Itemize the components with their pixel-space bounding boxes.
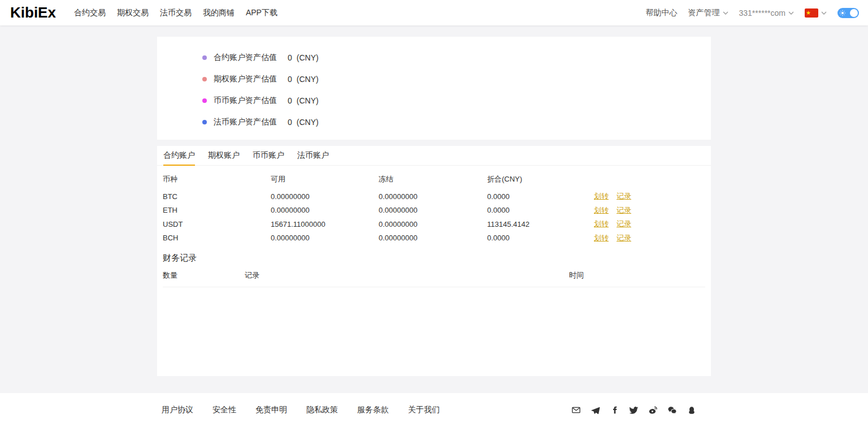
- asset-cny: 0.0000: [487, 192, 594, 201]
- asset-cny: 113145.4142: [487, 220, 594, 228]
- asset-available: 0.00000000: [271, 206, 379, 214]
- bullet-dot-icon: [202, 120, 207, 124]
- tab-contract-account[interactable]: 合约账户: [163, 146, 195, 166]
- transfer-link[interactable]: 划转: [594, 233, 609, 243]
- main-content: 合约账户资产估值 0 (CNY) 期权账户资产估值 0 (CNY) 币币账户资产…: [0, 25, 868, 393]
- table-row: USDT 15671.11000000 0.00000000 113145.41…: [163, 217, 705, 231]
- chevron-down-icon: [723, 11, 728, 15]
- footer: 用户协议 安全性 免责申明 隐私政策 服务条款 关于我们: [0, 393, 868, 427]
- asset-frozen: 0.00000000: [379, 220, 487, 228]
- asset-management-menu[interactable]: 资产管理: [688, 8, 728, 18]
- asset-frozen: 0.00000000: [379, 234, 487, 242]
- sun-icon: [839, 9, 846, 17]
- record-link[interactable]: 记录: [617, 219, 631, 229]
- facebook-icon[interactable]: [610, 406, 619, 415]
- summary-label: 币币账户资产估值: [214, 96, 288, 106]
- summary-row-options: 期权账户资产估值 0 (CNY): [202, 68, 711, 90]
- chevron-down-icon: [788, 11, 794, 15]
- asset-currency: ETH: [163, 206, 271, 214]
- asset-summary-card: 合约账户资产估值 0 (CNY) 期权账户资产估值 0 (CNY) 币币账户资产…: [157, 37, 711, 140]
- social-icons: [571, 406, 711, 415]
- footer-link-terms[interactable]: 服务条款: [357, 405, 389, 415]
- twitter-icon[interactable]: [629, 406, 639, 415]
- asset-table-header: 币种 可用 冻结 折合(CNY): [163, 169, 705, 189]
- accounts-card: 合约账户 期权账户 币币账户 法币账户 币种 可用 冻结 折合(CNY) BTC…: [157, 146, 711, 376]
- email-icon[interactable]: [571, 406, 581, 415]
- asset-table: 币种 可用 冻结 折合(CNY) BTC 0.00000000 0.000000…: [157, 166, 711, 245]
- table-row: ETH 0.00000000 0.00000000 0.0000 划转 记录: [163, 204, 705, 218]
- table-row: BTC 0.00000000 0.00000000 0.0000 划转 记录: [163, 189, 705, 204]
- transfer-link[interactable]: 划转: [594, 205, 609, 215]
- tab-fiat-account[interactable]: 法币账户: [297, 146, 329, 166]
- bullet-dot-icon: [202, 55, 207, 60]
- summary-unit: (CNY): [297, 75, 319, 84]
- nav-item-options-trade[interactable]: 期权交易: [116, 6, 150, 20]
- asset-currency: USDT: [163, 220, 271, 228]
- finance-table-header: 数量 记录 时间: [163, 264, 705, 287]
- telegram-icon[interactable]: [591, 406, 600, 415]
- summary-unit: (CNY): [297, 53, 319, 62]
- col-amount: 数量: [163, 270, 245, 281]
- language-menu[interactable]: ★: [805, 8, 827, 18]
- record-link[interactable]: 记录: [617, 233, 631, 243]
- table-row: BCH 0.00000000 0.00000000 0.0000 划转 记录: [163, 231, 705, 245]
- transfer-link[interactable]: 划转: [594, 219, 609, 229]
- china-flag-icon: ★: [805, 8, 818, 18]
- finance-records-title: 财务记录: [157, 245, 711, 264]
- summary-unit: (CNY): [297, 96, 319, 105]
- tab-spot-account[interactable]: 币币账户: [253, 146, 284, 166]
- theme-toggle[interactable]: [837, 8, 859, 18]
- bullet-dot-icon: [202, 77, 207, 81]
- summary-unit: (CNY): [297, 118, 319, 127]
- col-frozen: 冻结: [379, 174, 487, 184]
- wechat-icon[interactable]: [667, 406, 677, 415]
- nav-item-app-download[interactable]: APP下载: [245, 6, 279, 20]
- summary-value: 0: [288, 96, 292, 105]
- col-record: 记录: [245, 270, 569, 281]
- main-nav: 合约交易 期权交易 法币交易 我的商铺 APP下载: [73, 6, 279, 20]
- account-menu[interactable]: 331******com: [739, 8, 795, 18]
- qq-icon[interactable]: [687, 406, 696, 415]
- summary-label: 合约账户资产估值: [214, 53, 288, 63]
- record-link[interactable]: 记录: [617, 191, 631, 201]
- footer-links: 用户协议 安全性 免责申明 隐私政策 服务条款 关于我们: [157, 405, 440, 415]
- summary-row-spot: 币币账户资产估值 0 (CNY): [202, 90, 711, 111]
- transfer-link[interactable]: 划转: [594, 191, 609, 201]
- help-center-link[interactable]: 帮助中心: [646, 8, 678, 18]
- chevron-down-icon: [821, 11, 827, 15]
- navbar-right: 帮助中心 资产管理 331******com ★: [646, 8, 860, 18]
- footer-link-disclaimer[interactable]: 免责申明: [255, 405, 287, 415]
- asset-frozen: 0.00000000: [379, 206, 487, 214]
- summary-value: 0: [288, 118, 292, 127]
- record-link[interactable]: 记录: [617, 205, 631, 215]
- footer-link-user-agreement[interactable]: 用户协议: [162, 405, 193, 415]
- summary-label: 法币账户资产估值: [214, 117, 288, 127]
- nav-item-fiat-trade[interactable]: 法币交易: [159, 6, 193, 20]
- asset-available: 0.00000000: [271, 192, 379, 201]
- asset-currency: BCH: [163, 234, 271, 242]
- asset-cny: 0.0000: [487, 206, 594, 214]
- asset-available: 0.00000000: [271, 234, 379, 242]
- asset-cny: 0.0000: [487, 234, 594, 242]
- account-tabs: 合约账户 期权账户 币币账户 法币账户: [157, 146, 711, 166]
- nav-item-contract-trade[interactable]: 合约交易: [73, 6, 107, 20]
- summary-label: 期权账户资产估值: [214, 74, 288, 84]
- toggle-knob: [850, 9, 858, 17]
- col-cny: 折合(CNY): [487, 174, 594, 184]
- footer-link-privacy-policy[interactable]: 隐私政策: [306, 405, 338, 415]
- summary-row-fiat: 法币账户资产估值 0 (CNY): [202, 111, 711, 133]
- summary-row-contract: 合约账户资产估值 0 (CNY): [202, 47, 711, 68]
- summary-value: 0: [288, 75, 292, 84]
- asset-currency: BTC: [163, 192, 271, 201]
- summary-value: 0: [288, 53, 292, 62]
- asset-available: 15671.11000000: [271, 220, 379, 228]
- col-time: 时间: [569, 270, 705, 281]
- asset-frozen: 0.00000000: [379, 192, 487, 201]
- weibo-icon[interactable]: [648, 406, 658, 415]
- footer-link-about-us[interactable]: 关于我们: [408, 405, 440, 415]
- top-navbar: KibiEx 合约交易 期权交易 法币交易 我的商铺 APP下载 帮助中心 资产…: [0, 0, 868, 25]
- logo[interactable]: KibiEx: [10, 4, 56, 21]
- nav-item-my-shop[interactable]: 我的商铺: [202, 6, 236, 20]
- footer-link-security[interactable]: 安全性: [212, 405, 236, 415]
- tab-options-account[interactable]: 期权账户: [208, 146, 240, 166]
